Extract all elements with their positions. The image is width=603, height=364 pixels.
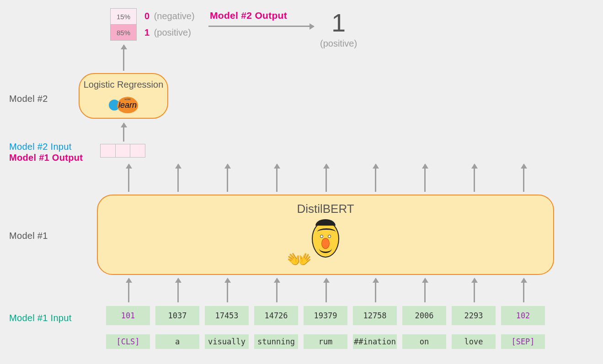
embedding-cell	[130, 144, 145, 157]
token-text: [CLS]	[106, 334, 150, 349]
model-1-box: DistilBERT 👐	[97, 195, 554, 275]
token-id: 19379	[304, 306, 347, 325]
model-1-title: DistilBERT	[98, 202, 553, 216]
label-model-2-input: Model #2 Input	[9, 142, 72, 152]
prob-cell-0: 15%	[110, 8, 137, 25]
arrow-tok-in-0	[128, 279, 129, 302]
arrow-tok-in-5	[375, 279, 376, 302]
bert-head-icon	[312, 221, 339, 258]
hand-left-icon: 👐	[287, 248, 312, 271]
token-id: 2293	[452, 306, 496, 325]
token-text-row: [CLS] a visually stunning rum ##ination …	[106, 334, 545, 349]
arrow-tok-in-1	[177, 279, 179, 302]
embedding-cell	[101, 144, 116, 157]
final-result: 1 (positive)	[320, 10, 357, 49]
arrow-bert-out-8	[523, 164, 524, 192]
arrow-embed-to-lr	[123, 123, 124, 142]
prob-index-0: 0	[144, 11, 149, 21]
label-model-1-input: Model #1 Input	[9, 313, 72, 323]
distilbert-mascot: 👐	[287, 221, 364, 271]
token-text: visually	[205, 334, 249, 349]
token-id: 1037	[155, 306, 199, 325]
model-2-box: Logistic Regression scikit learn	[79, 73, 168, 119]
token-text: rum	[304, 334, 347, 349]
token-id: 14726	[254, 306, 298, 325]
arrow-tok-in-3	[276, 279, 277, 302]
prob-desc-0: (negative)	[154, 11, 195, 21]
token-text: on	[402, 334, 446, 349]
token-id: 2006	[402, 306, 446, 325]
sklearn-tiny-text: scikit	[124, 98, 130, 100]
result-value: 1	[320, 10, 357, 36]
arrow-to-result	[208, 26, 314, 27]
label-model-2-output: Model #2 Output	[210, 10, 287, 21]
sklearn-logo: scikit learn	[109, 97, 138, 113]
arrow-tok-in-4	[326, 279, 327, 302]
arrow-bert-out-3	[276, 164, 277, 192]
probability-table: 15% 85%	[110, 8, 137, 41]
arrow-bert-out-2	[227, 164, 228, 192]
token-text: stunning	[254, 334, 298, 349]
arrow-tok-in-2	[227, 279, 228, 302]
result-desc: (positive)	[320, 38, 357, 49]
token-id: 12758	[353, 306, 397, 325]
arrow-bert-out-1	[177, 164, 179, 192]
sklearn-learn-text: learn	[118, 100, 137, 110]
arrow-bert-out-0	[128, 164, 129, 192]
arrow-lr-to-probs	[123, 45, 124, 71]
embedding-cell	[116, 144, 131, 157]
arrow-bert-out-7	[474, 164, 475, 192]
token-text: love	[452, 334, 496, 349]
arrow-bert-out-6	[424, 164, 426, 192]
diagram-canvas: Model #2 Model #2 Input Model #1 Output …	[0, 0, 603, 364]
token-id-row: 101 1037 17453 14726 19379 12758 2006 22…	[106, 306, 545, 325]
arrow-tok-in-6	[424, 279, 426, 302]
cls-embedding	[100, 144, 145, 158]
prob-index-1: 1	[144, 27, 149, 37]
prob-desc-1: (positive)	[154, 27, 191, 37]
label-model-2: Model #2	[9, 94, 48, 104]
token-id: 102	[501, 306, 545, 325]
arrow-tok-in-8	[523, 279, 524, 302]
arrow-bert-out-4	[326, 164, 327, 192]
arrow-tok-in-7	[474, 279, 475, 302]
label-model-1: Model #1	[9, 231, 48, 241]
token-id: 101	[106, 306, 150, 325]
sklearn-orange-blob-icon: scikit learn	[117, 97, 138, 113]
model-2-title: Logistic Regression	[80, 79, 167, 90]
label-model-1-output: Model #1 Output	[9, 153, 83, 163]
token-id: 17453	[205, 306, 249, 325]
arrow-bert-out-5	[375, 164, 376, 192]
token-text: a	[155, 334, 199, 349]
prob-label-0: 0 (negative)	[144, 11, 195, 21]
token-text: ##ination	[353, 334, 397, 349]
token-text: [SEP]	[501, 334, 545, 349]
prob-label-1: 1 (positive)	[144, 27, 191, 38]
prob-cell-1: 85%	[110, 24, 137, 41]
